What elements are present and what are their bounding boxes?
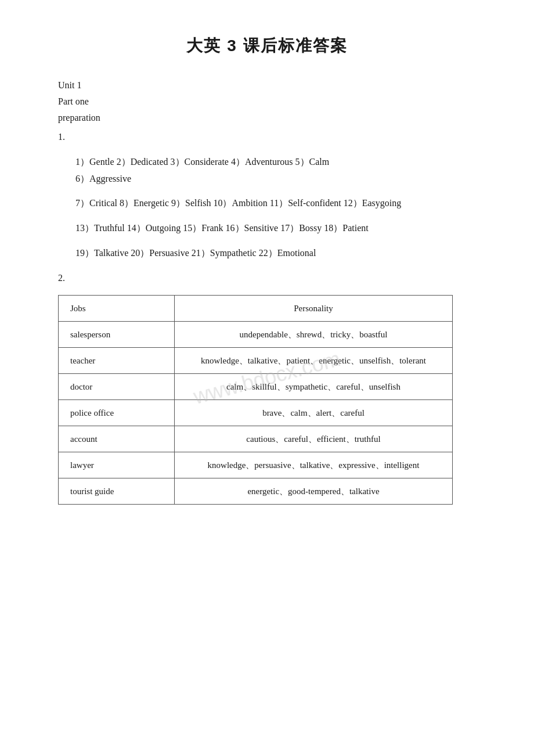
table-row: salespersonundependable、shrewd、tricky、bo… (59, 321, 453, 347)
col-header-personality: Personality (175, 295, 453, 321)
table-row: doctorcalm、skillful、sympathetic、careful、… (59, 373, 453, 399)
answers-line1: 1）Gentle 2）Dedicated 3）Considerate 4）Adv… (75, 154, 488, 188)
table-cell-personality: brave、calm、alert、careful (175, 399, 453, 426)
answers-line3: 13）Truthful 14）Outgoing 15）Frank 16）Sens… (75, 220, 488, 237)
table-cell-personality: energetic、good-tempered、talkative (175, 478, 453, 504)
answers-line4: 19）Talkative 20）Persuasive 21）Sympatheti… (75, 245, 488, 262)
table-row: accountcautious、careful、efficient、truthf… (59, 426, 453, 452)
table-cell-job: doctor (59, 373, 175, 399)
col-header-jobs: Jobs (59, 295, 175, 321)
jobs-table-container: Jobs Personality salespersonundependable… (58, 295, 488, 505)
table-cell-personality: knowledge、talkative、patient、energetic、un… (175, 347, 453, 373)
table-row: teacherknowledge、talkative、patient、energ… (59, 347, 453, 373)
table-cell-personality: undependable、shrewd、tricky、boastful (175, 321, 453, 347)
number-1: 1. (58, 129, 488, 146)
table-cell-personality: knowledge、persuasive、talkative、expressiv… (175, 452, 453, 478)
table-row: tourist guideenergetic、good-tempered、tal… (59, 478, 453, 504)
table-cell-job: account (59, 426, 175, 452)
page-title: 大英 3 课后标准答案 (46, 35, 488, 57)
table-row: police officebrave、calm、alert、careful (59, 399, 453, 426)
table-cell-job: teacher (59, 347, 175, 373)
table-cell-job: tourist guide (59, 478, 175, 504)
number-2: 2. (58, 270, 488, 287)
answers-line2: 7）Critical 8）Energetic 9）Selfish 10）Ambi… (75, 195, 488, 212)
subpart-label: preparation (58, 113, 488, 123)
table-cell-job: lawyer (59, 452, 175, 478)
table-cell-personality: cautious、careful、efficient、truthful (175, 426, 453, 452)
unit-label: Unit 1 (58, 80, 488, 91)
table-header-row: Jobs Personality (59, 295, 453, 321)
part-label: Part one (58, 96, 488, 107)
table-cell-personality: calm、skillful、sympathetic、careful、unself… (175, 373, 453, 399)
table-cell-job: police office (59, 399, 175, 426)
table-cell-job: salesperson (59, 321, 175, 347)
table-row: lawyerknowledge、persuasive、talkative、exp… (59, 452, 453, 478)
jobs-personality-table: Jobs Personality salespersonundependable… (58, 295, 453, 505)
